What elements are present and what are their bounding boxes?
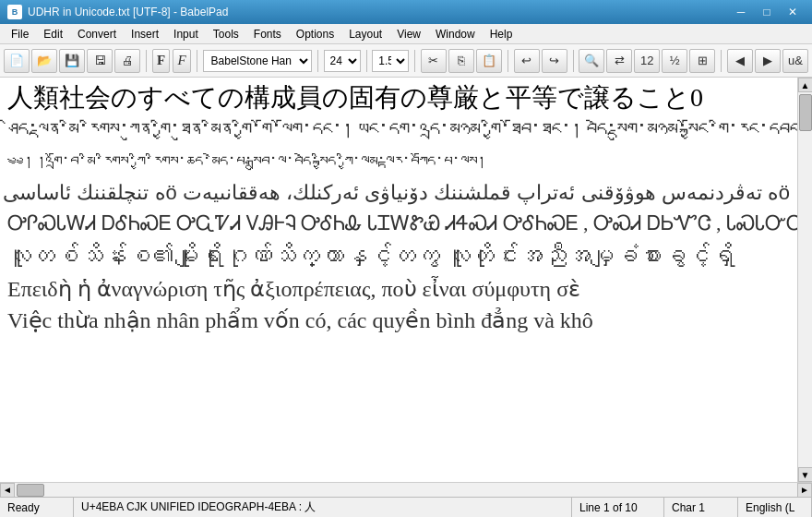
menu-input[interactable]: Input: [166, 26, 206, 42]
vertical-scrollbar[interactable]: ▲ ▼: [797, 78, 812, 482]
ready-label: Ready: [7, 501, 40, 514]
editor-content[interactable]: 人類社会のすべての構成員の固有の尊厳と平等で譲ること0 ཤིད་ལྡན་མི་ར…: [0, 78, 797, 482]
menu-help[interactable]: Help: [483, 26, 520, 42]
separator-8: [721, 50, 722, 72]
menu-bar: File Edit Convert Insert Input Tools Fon…: [0, 24, 812, 44]
italic-button[interactable]: F: [173, 49, 191, 73]
cut-button[interactable]: ✂: [421, 49, 447, 73]
line-spacing-select[interactable]: 1.5: [372, 50, 409, 72]
menu-tools[interactable]: Tools: [206, 26, 246, 42]
menu-file[interactable]: File: [4, 26, 36, 42]
edit-tools: ✂ ⎘ 📋: [421, 49, 502, 73]
line-5: ᎤᎵᏍᏓᎳᏗ ᎠᎴᏂᏍᎬ ᎤᏩᏤᏗ ᏙᎯᎰᎸ ᎤᎴᏂᎲ ᏓᏆᎳᏑᏯ ᏗᏎᏍᏗ Ꭴ…: [7, 208, 790, 238]
menu-window[interactable]: Window: [428, 26, 483, 42]
title-bar-controls[interactable]: ─ □ ✕: [729, 3, 805, 21]
line-4: öه تەڤردنمەس ھوۋۆقنى ئەتراپ قملشننك دۆني…: [7, 177, 790, 208]
unicode-info: U+4EBA CJK UNIFIED IDEOGRAPH-4EBA : 人: [81, 499, 316, 515]
saveas-button[interactable]: 🖫: [87, 49, 113, 73]
close-button[interactable]: ✕: [781, 3, 805, 21]
next-button[interactable]: ▶: [755, 49, 781, 73]
status-char: Char 1: [664, 498, 738, 517]
separator-4: [366, 50, 367, 72]
font-size-select[interactable]: 24: [324, 50, 361, 72]
charcount-button[interactable]: 12: [634, 49, 660, 73]
separator-7: [573, 50, 574, 72]
line-info: Line 1 of 10: [579, 501, 638, 514]
status-line: Line 1 of 10: [572, 498, 664, 517]
separator-6: [508, 50, 508, 72]
menu-edit[interactable]: Edit: [36, 26, 70, 42]
open-button[interactable]: 📂: [31, 49, 57, 73]
char-info: Char 1: [672, 501, 705, 514]
line-6: လူတစ်သိန်းစ၏မျိုးရိုးဂုဏ်သိက္ကာနှင့်တကွ …: [7, 238, 790, 274]
copy-button[interactable]: ⎘: [448, 49, 474, 73]
file-tools: 📄 📂 💾 🖫 🖨: [4, 49, 140, 73]
title-bar-left: B UDHR in Unicode.txt [UTF-8] - BabelPad: [7, 5, 228, 19]
maximize-button[interactable]: □: [755, 3, 779, 21]
prev-button[interactable]: ◀: [727, 49, 753, 73]
title-bar: B UDHR in Unicode.txt [UTF-8] - BabelPad…: [0, 0, 812, 24]
status-unicode: U+4EBA CJK UNIFIED IDEOGRAPH-4EBA : 人: [74, 498, 572, 517]
line-8: Việc thừa nhận nhân phẩm vốn có, các quy…: [7, 306, 790, 337]
separator-3: [317, 50, 318, 72]
print-button[interactable]: 🖨: [114, 49, 140, 73]
replace-button[interactable]: ⇄: [606, 49, 632, 73]
lang-info: English (L: [746, 501, 794, 514]
scroll-thumb[interactable]: [799, 94, 812, 131]
line-7: Επειδὴ ἡ ἀναγνώριση τῆς ἀξιοπρέπειας, πο…: [7, 274, 790, 306]
menu-insert[interactable]: Insert: [124, 26, 166, 42]
editor-area: 人類社会のすべての構成員の固有の尊厳と平等で譲ること0 ཤིད་ལྡན་མི་ར…: [0, 78, 812, 482]
menu-view[interactable]: View: [389, 26, 428, 42]
separator-1: [146, 50, 147, 72]
nav-tools: ◀ ▶ u&: [727, 49, 808, 73]
scroll-down-button[interactable]: ▼: [798, 467, 813, 482]
toolbar: 📄 📂 💾 🖫 🖨 F F BabelStone Han 24 1.5 ✂ ⎘ …: [0, 44, 812, 78]
status-bar: Ready U+4EBA CJK UNIFIED IDEOGRAPH-4EBA …: [0, 497, 812, 517]
scroll-left-button[interactable]: ◄: [0, 483, 15, 498]
line-3: ༄༅། །འགྲོ་བ་མི་རིགས་ཀྱི་རིགས་ཆད་མེད་པ་སྒ…: [7, 148, 790, 177]
menu-fonts[interactable]: Fonts: [246, 26, 289, 42]
menu-convert[interactable]: Convert: [70, 26, 124, 42]
status-lang: English (L: [738, 498, 812, 517]
save-button[interactable]: 💾: [59, 49, 85, 73]
charmap-button[interactable]: ⊞: [689, 49, 715, 73]
minimize-button[interactable]: ─: [729, 3, 753, 21]
bold-button[interactable]: F: [152, 49, 171, 73]
separator-5: [414, 50, 415, 72]
undo-button[interactable]: ↩: [514, 49, 540, 73]
find-button[interactable]: 🔍: [579, 49, 604, 73]
redo-button[interactable]: ↪: [542, 49, 567, 73]
line-2: ཤིད་ལྡན་མི་རིགས་ཀུན་གྱི་ཐུན་མིན་གྱི་གོ་ལ…: [7, 114, 790, 147]
hscroll-thumb[interactable]: [17, 484, 44, 497]
menu-layout[interactable]: Layout: [341, 26, 389, 42]
horizontal-scrollbar[interactable]: ◄ ►: [0, 482, 812, 497]
scroll-up-button[interactable]: ▲: [798, 78, 813, 92]
window-title: UDHR in Unicode.txt [UTF-8] - BabelPad: [28, 6, 228, 18]
unicode-char-button[interactable]: u&: [782, 49, 808, 73]
font-select[interactable]: BabelStone Han: [203, 50, 312, 72]
search-tools: 🔍 ⇄ 12 ½ ⊞: [579, 49, 715, 73]
separator-2: [197, 50, 197, 72]
scroll-right-button[interactable]: ►: [797, 483, 812, 498]
paste-button[interactable]: 📋: [476, 49, 502, 73]
menu-options[interactable]: Options: [289, 26, 341, 42]
line-1: 人類社会のすべての構成員の固有の尊厳と平等で譲ること0: [7, 81, 790, 114]
numeral-button[interactable]: ½: [662, 49, 687, 73]
app-icon: B: [7, 5, 22, 19]
new-button[interactable]: 📄: [4, 49, 30, 73]
status-ready: Ready: [0, 498, 74, 517]
undo-redo-tools: ↩ ↪: [514, 49, 567, 73]
